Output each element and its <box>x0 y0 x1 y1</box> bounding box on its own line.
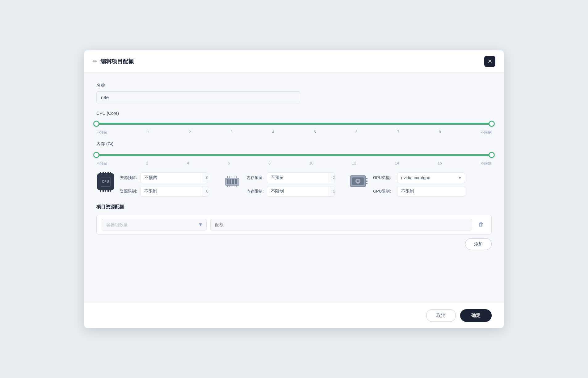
mem-tick-2: 2 <box>146 161 148 166</box>
resources-row: CPU 资源预留: Core 资源限制: <box>96 172 492 197</box>
memory-slider-left-thumb[interactable] <box>93 152 99 158</box>
gpu-type-label: GPU类型: <box>373 175 394 181</box>
memory-reserve-unit: Gi <box>329 173 335 182</box>
mem-tick-unlimited: 不限制 <box>481 161 492 166</box>
svg-point-18 <box>357 180 359 182</box>
add-btn-row: 添加 <box>96 238 492 250</box>
delete-quota-button[interactable]: 🗑 <box>476 219 486 230</box>
cpu-slider-ticks: 不预留 1 2 3 4 5 6 7 8 不限制 <box>96 130 492 135</box>
cpu-reserve-input[interactable] <box>141 173 202 183</box>
cpu-limit-input[interactable] <box>141 186 202 196</box>
edit-quota-modal: ✏ 编辑项目配额 ✕ 名称 CPU (Core) 不预留 1 2 <box>84 50 504 328</box>
svg-rect-4 <box>235 179 237 184</box>
memory-limit-input[interactable] <box>267 186 329 196</box>
container-group-select-wrap: 容器组数量 ▼ <box>102 219 207 231</box>
memory-limit-row: 内存限制: Gi <box>246 186 335 197</box>
mem-tick-4: 4 <box>187 161 189 166</box>
memory-slider-label: 内存 (Gi) <box>96 141 492 147</box>
cpu-slider-right-thumb[interactable] <box>489 121 495 127</box>
gpu-type-select-wrap: nvidia.com/gpu amd.com/gpu ▼ <box>397 172 465 183</box>
memory-limit-label: 内存限制: <box>246 189 264 194</box>
gpu-icon-container <box>350 172 368 190</box>
cpu-tick-8: 8 <box>439 130 441 135</box>
mem-tick-14: 14 <box>395 161 399 166</box>
add-quota-button[interactable]: 添加 <box>465 238 492 250</box>
cpu-icon-container: CPU <box>96 172 115 191</box>
mem-tick-0: 不预留 <box>96 161 107 166</box>
mem-tick-12: 12 <box>352 161 356 166</box>
cpu-reserve-input-wrap: Core <box>140 172 208 183</box>
cpu-icon: CPU <box>97 173 114 190</box>
svg-rect-21 <box>366 183 368 184</box>
memory-reserve-row: 内存预留: Gi <box>246 172 335 183</box>
project-quota-section: 项目资源配额 容器组数量 ▼ 🗑 添加 <box>96 204 492 250</box>
svg-rect-19 <box>366 178 368 179</box>
memory-slider-right-thumb[interactable] <box>489 152 495 158</box>
cpu-slider-left-thumb[interactable] <box>93 121 99 127</box>
cpu-tick-7: 7 <box>397 130 399 135</box>
cpu-limit-unit: Core <box>202 186 208 196</box>
svg-rect-3 <box>232 179 234 184</box>
trash-icon: 🗑 <box>478 221 484 228</box>
ram-icon <box>224 174 240 190</box>
gpu-limit-input[interactable] <box>397 186 465 197</box>
cancel-button[interactable]: 取消 <box>426 309 456 322</box>
memory-slider-track-container <box>96 151 492 159</box>
cpu-icon-inner: CPU <box>101 177 111 187</box>
modal-body: 名称 CPU (Core) 不预留 1 2 3 4 5 6 7 8 <box>84 73 504 303</box>
memory-limit-unit: Gi <box>329 186 335 196</box>
memory-fields: 内存预留: Gi 内存限制: Gi <box>246 172 335 197</box>
cpu-tick-unlimited: 不限制 <box>481 130 492 135</box>
memory-reserve-input[interactable] <box>267 173 329 183</box>
gpu-limit-row: GPU限制: <box>373 186 465 197</box>
cpu-tick-4: 4 <box>272 130 274 135</box>
cpu-reserve-row: 资源预留: Core <box>120 172 208 183</box>
memory-limit-input-wrap: Gi <box>267 186 335 197</box>
cpu-slider-label: CPU (Core) <box>96 111 492 116</box>
modal-title: 编辑项目配额 <box>100 58 134 65</box>
memory-slider-ticks: 不预留 2 4 6 8 10 12 14 16 不限制 <box>96 161 492 166</box>
quota-input[interactable] <box>210 219 472 231</box>
cpu-tick-2: 2 <box>189 130 191 135</box>
memory-reserve-input-wrap: Gi <box>267 172 335 183</box>
container-group-select[interactable]: 容器组数量 <box>102 219 207 231</box>
project-quota-title: 项目资源配额 <box>96 204 492 210</box>
svg-rect-2 <box>229 179 231 184</box>
quota-row: 容器组数量 ▼ 🗑 <box>96 215 492 235</box>
mem-tick-16: 16 <box>438 161 442 166</box>
memory-slider-section: 内存 (Gi) 不预留 2 4 6 8 10 12 14 16 不限制 <box>96 141 492 166</box>
cpu-resource-group: CPU 资源预留: Core 资源限制: <box>96 172 208 197</box>
cpu-reserve-label: 资源预留: <box>120 175 137 181</box>
memory-slider-track <box>96 154 492 156</box>
gpu-type-row: GPU类型: nvidia.com/gpu amd.com/gpu ▼ <box>373 172 465 183</box>
modal-footer: 取消 确定 <box>84 303 504 328</box>
svg-rect-1 <box>227 179 229 184</box>
name-input[interactable] <box>96 91 300 103</box>
modal-header: ✏ 编辑项目配额 ✕ <box>84 50 504 73</box>
name-section: 名称 <box>96 83 492 103</box>
gpu-limit-label: GPU限制: <box>373 189 394 194</box>
cpu-tick-0: 不预留 <box>96 130 107 135</box>
gpu-type-select[interactable]: nvidia.com/gpu amd.com/gpu <box>397 172 465 183</box>
cpu-tick-5: 5 <box>314 130 316 135</box>
close-icon: ✕ <box>488 59 492 64</box>
cpu-slider-track <box>96 123 492 125</box>
confirm-button[interactable]: 确定 <box>460 309 492 322</box>
cpu-tick-1: 1 <box>147 130 149 135</box>
gpu-fields: GPU类型: nvidia.com/gpu amd.com/gpu ▼ GPU限… <box>373 172 465 197</box>
mem-tick-8: 8 <box>268 161 271 166</box>
cpu-limit-row: 资源限制: Core <box>120 186 208 197</box>
memory-reserve-label: 内存预留: <box>246 175 264 181</box>
cpu-tick-3: 3 <box>230 130 233 135</box>
ram-icon-container <box>223 172 242 191</box>
svg-rect-20 <box>366 181 368 182</box>
cpu-reserve-unit: Core <box>202 173 208 182</box>
mem-tick-10: 10 <box>309 161 313 166</box>
memory-resource-group: 内存预留: Gi 内存限制: Gi <box>223 172 335 197</box>
mem-tick-6: 6 <box>228 161 230 166</box>
edit-icon: ✏ <box>93 58 97 65</box>
close-button[interactable]: ✕ <box>484 56 495 67</box>
cpu-tick-6: 6 <box>355 130 358 135</box>
cpu-slider-track-container <box>96 120 492 127</box>
gpu-resource-group: GPU类型: nvidia.com/gpu amd.com/gpu ▼ GPU限… <box>350 172 465 197</box>
